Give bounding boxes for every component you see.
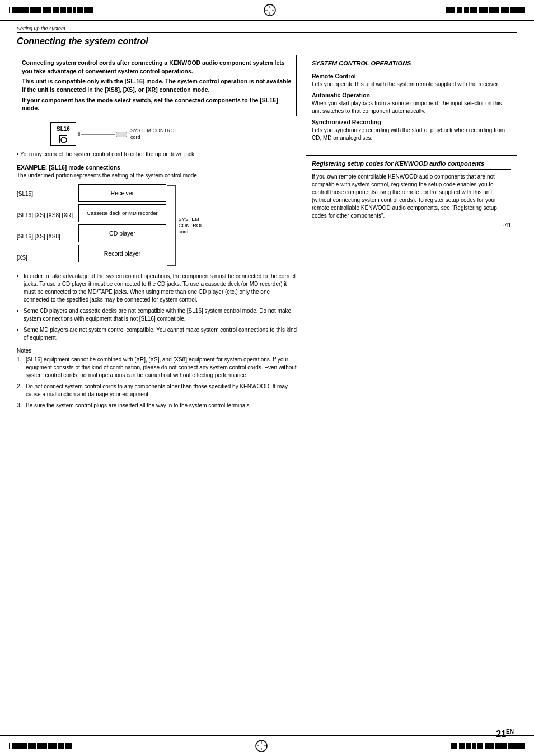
bar-seg	[457, 7, 462, 13]
bar-seg	[77, 7, 83, 13]
conn-label-row-1: [SL16]	[17, 185, 73, 203]
note-item-1: 1. [SL16] equipment cannot be combined w…	[17, 356, 297, 379]
conn-label-row-4: [XS]	[17, 248, 73, 266]
bar-seg	[37, 743, 47, 749]
bar-seg	[12, 743, 27, 749]
cord-connector	[76, 132, 127, 137]
conn-label-row-2: [SL16] [XS] [XS8] [XR]	[17, 206, 73, 224]
bar-seg	[30, 7, 41, 13]
bar-seg	[43, 7, 51, 13]
bar-seg	[53, 7, 59, 13]
sc-label-3: cord	[179, 229, 189, 235]
conn-box-record: Record player	[78, 245, 166, 262]
registering-box: Registering setup codes for KENWOOD audi…	[306, 155, 517, 233]
header-bar-left	[9, 7, 93, 13]
bar-seg	[12, 7, 29, 13]
registering-title: Registering setup codes for KENWOOD audi…	[312, 160, 511, 170]
intro-box: Connecting system control cords after co…	[17, 55, 297, 116]
bar-seg	[446, 7, 455, 13]
example-note: The underlined portion represents the se…	[17, 172, 297, 180]
bracket-svg	[167, 184, 176, 267]
intro-p3: If your component has the mode select sw…	[22, 96, 292, 112]
right-column: SYSTEM CONTROL OPERATIONS Remote Control…	[306, 55, 517, 413]
notes-list: 1. [SL16] equipment cannot be combined w…	[17, 356, 297, 410]
bar-seg	[501, 7, 509, 13]
bullets-section: In order to take advantage of the system…	[17, 273, 297, 342]
note-item-2: 2. Do not connect system control cords t…	[17, 383, 297, 398]
bullet-item-1: In order to take advantage of the system…	[17, 273, 297, 304]
notes-section: Notes 1. [SL16] equipment cannot be comb…	[17, 348, 297, 410]
two-column-layout: Connecting system control cords after co…	[17, 55, 517, 413]
page-suffix: EN	[506, 729, 514, 735]
connection-diagram: [SL16] [SL16] [XS] [XS8] [XR] [SL16] [XS…	[17, 184, 297, 267]
header-center	[93, 3, 446, 17]
footer-compass-icon	[255, 739, 268, 753]
footer-bar	[0, 735, 534, 756]
compass-icon	[263, 3, 277, 17]
remote-control-text: Lets you operate this unit with the syst…	[312, 81, 511, 88]
system-control-box-title: SYSTEM CONTROL OPERATIONS	[312, 60, 511, 69]
svg-point-5	[61, 137, 67, 143]
conn-boxes: Receiver Cassette deck or MD recorder CD…	[78, 184, 166, 267]
cord-line	[81, 134, 115, 135]
bar-seg	[477, 743, 483, 749]
intro-p2: This unit is compatible only with the [S…	[22, 77, 292, 93]
plug-dots	[78, 132, 80, 136]
bar-seg	[459, 743, 465, 749]
left-column: Connecting system control cords after co…	[17, 55, 297, 413]
page-content: Setting up the system Connecting the sys…	[0, 21, 534, 435]
footer-bar-left	[9, 743, 72, 749]
sc-label-1: SYSTEM	[179, 217, 199, 223]
conn-box-cd: CD player	[78, 224, 166, 242]
system-control-box: SYSTEM CONTROL OPERATIONS Remote Control…	[306, 55, 517, 149]
bar-seg	[65, 743, 72, 749]
header-bar-right	[446, 7, 525, 13]
sc-label-2: CONTROL	[179, 223, 203, 229]
sl16-circle	[59, 135, 67, 143]
bar-seg	[479, 7, 488, 13]
bar-seg	[60, 7, 66, 13]
auto-operation-title: Automatic Operation	[312, 92, 511, 98]
cord-label-area: SYSTEM CONTROLcord	[130, 128, 177, 140]
cord-diagram: SL16	[50, 122, 297, 146]
conn-box-cassette: Cassette deck or MD recorder	[78, 204, 166, 222]
bar-seg	[495, 743, 507, 749]
registering-ref: →41	[312, 222, 511, 228]
bar-seg	[67, 7, 72, 13]
sl16-label: SL16	[57, 126, 70, 132]
sl16-box: SL16	[50, 122, 76, 146]
conn-label-row-3: [SL16] [XS] [XS8]	[17, 227, 73, 245]
conn-left-labels: [SL16] [SL16] [XS] [XS8] [XR] [SL16] [XS…	[17, 184, 73, 267]
bar-seg	[48, 743, 57, 749]
section-label: Setting up the system	[17, 26, 517, 31]
sync-recording-title: Synchronized Recording	[312, 119, 511, 125]
bar-seg	[58, 743, 64, 749]
cord-label: SYSTEM CONTROLcord	[130, 128, 177, 140]
remote-control-title: Remote Control	[312, 73, 511, 79]
bar-seg	[28, 743, 36, 749]
footer-center	[72, 739, 451, 753]
sync-recording-text: Lets you synchronize recording with the …	[312, 126, 511, 142]
auto-operation-text: When you start playback from a source co…	[312, 100, 511, 115]
bar-seg	[73, 7, 76, 13]
bar-seg	[466, 743, 471, 749]
bar-seg	[489, 7, 499, 13]
registering-text: If you own remote controllable KENWOOD a…	[312, 173, 511, 220]
example-heading: EXAMPLE: [SL16] mode connections	[17, 164, 297, 171]
bar-seg	[84, 7, 93, 13]
bar-seg	[472, 743, 476, 749]
bar-seg	[451, 743, 457, 749]
plug-end	[116, 132, 127, 137]
header-bar	[0, 0, 534, 21]
intro-p1: Connecting system control cords after co…	[22, 59, 292, 75]
bar-seg	[508, 743, 525, 749]
notes-title: Notes	[17, 348, 297, 354]
page-title: Connecting the system control	[17, 36, 517, 49]
conn-box-receiver: Receiver	[78, 184, 166, 202]
bar-seg	[485, 743, 494, 749]
bullet-item-3: Some MD players are not system control c…	[17, 326, 297, 342]
footer-bar-right	[451, 743, 525, 749]
bar-seg	[464, 7, 469, 13]
system-control-cord-label: SYSTEM CONTROL cord	[179, 217, 203, 234]
section-divider	[17, 32, 517, 33]
